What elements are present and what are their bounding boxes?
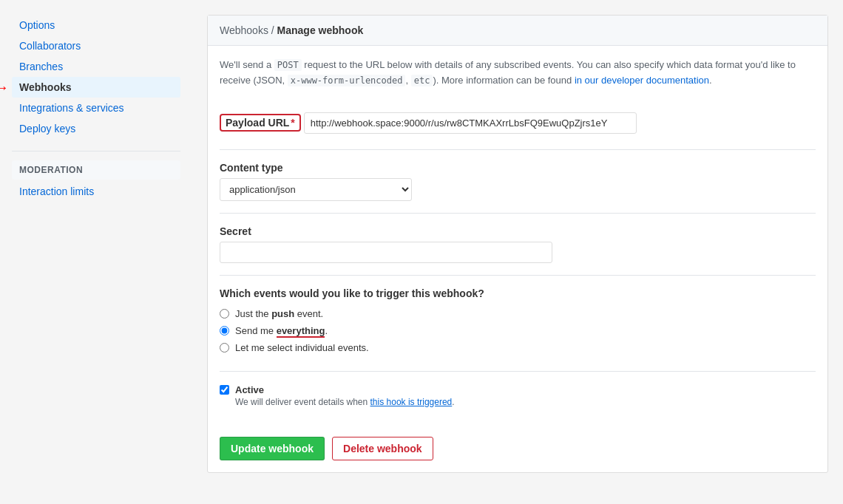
- desc-text4: ). More information can be found: [433, 75, 575, 86]
- active-desc-link[interactable]: this hook is triggered: [370, 397, 453, 407]
- desc-text5: .: [709, 75, 712, 86]
- payload-url-label-wrapper: Payload URL*: [220, 114, 301, 132]
- active-section: Active We will deliver event details whe…: [220, 372, 816, 425]
- radio-push-input[interactable]: [220, 309, 229, 319]
- sidebar-item-integrations[interactable]: Integrations & services: [12, 98, 180, 118]
- sidebar: Options Collaborators Branches → Webhook…: [0, 15, 192, 489]
- secret-section: Secret: [220, 214, 816, 276]
- active-label-wrapper: Active We will deliver event details whe…: [235, 384, 455, 407]
- sidebar-moderation-section: Moderation Interaction limits: [12, 160, 180, 202]
- content-type-section: Content type application/json applicatio…: [220, 150, 816, 214]
- radio-individual-input[interactable]: [220, 343, 229, 353]
- active-checkbox[interactable]: [220, 385, 229, 395]
- sidebar-divider: [12, 151, 180, 151]
- main-panel: Webhooks / Manage webhook We'll send a P…: [192, 15, 843, 489]
- sidebar-item-wrapper-interaction-limits: Interaction limits: [12, 181, 180, 202]
- radio-individual-label: Let me select individual events.: [235, 342, 369, 353]
- form-actions: Update webhook Delete webhook: [220, 425, 816, 460]
- panel-body: We'll send a POST request to the URL bel…: [208, 46, 827, 472]
- sidebar-moderation-header: Moderation: [12, 160, 180, 180]
- active-checkbox-row: Active We will deliver event details whe…: [220, 384, 816, 407]
- active-desc-text: We will deliver event details when: [235, 397, 370, 407]
- sidebar-nav-section: Options Collaborators Branches → Webhook…: [12, 15, 180, 139]
- content-type-select[interactable]: application/json application/x-www-form-…: [220, 178, 412, 201]
- panel-title: Manage webhook: [277, 24, 364, 36]
- events-section: Which events would you like to trigger t…: [220, 276, 816, 372]
- radio-individual: Let me select individual events.: [220, 342, 816, 353]
- sidebar-item-collaborators[interactable]: Collaborators: [12, 35, 180, 56]
- active-desc-period: .: [452, 397, 454, 407]
- payload-url-label: Payload URL*: [226, 117, 295, 129]
- sidebar-item-wrapper-integrations: Integrations & services: [12, 98, 180, 118]
- webhook-panel: Webhooks / Manage webhook We'll send a P…: [207, 15, 828, 473]
- desc-link[interactable]: in our developer documentation: [575, 75, 709, 86]
- payload-url-label-text: Payload URL: [226, 117, 289, 129]
- radio-everything-label: Send me everything.: [235, 325, 328, 336]
- radio-push-label: Just the push event.: [235, 308, 323, 319]
- radio-everything: Send me everything.: [220, 325, 816, 336]
- page-wrapper: Options Collaborators Branches → Webhook…: [0, 0, 843, 504]
- sidebar-item-wrapper-webhooks: → Webhooks: [12, 77, 180, 98]
- sidebar-item-options[interactable]: Options: [12, 15, 180, 35]
- desc-code1: x-www-form-urlencoded: [288, 75, 406, 86]
- active-label: Active: [235, 384, 264, 395]
- events-question: Which events would you like to trigger t…: [220, 287, 816, 299]
- panel-description: We'll send a POST request to the URL bel…: [220, 58, 816, 89]
- desc-text1: We'll send a: [220, 59, 274, 70]
- desc-post-code: POST: [274, 59, 302, 71]
- webhooks-arrow-icon: →: [0, 79, 9, 96]
- sidebar-item-wrapper-collaborators: Collaborators: [12, 35, 180, 56]
- desc-text3: ,: [405, 75, 410, 86]
- secret-input[interactable]: [220, 242, 552, 263]
- desc-code2: etc: [411, 75, 433, 86]
- radio-push-event: Just the push event.: [220, 308, 816, 319]
- active-description: We will deliver event details when this …: [235, 397, 455, 407]
- update-webhook-button[interactable]: Update webhook: [220, 437, 325, 460]
- sidebar-item-wrapper-deploy-keys: Deploy keys: [12, 118, 180, 139]
- secret-label: Secret: [220, 225, 816, 237]
- radio-everything-input[interactable]: [220, 326, 229, 336]
- panel-header: Webhooks / Manage webhook: [208, 16, 827, 46]
- sidebar-item-interaction-limits[interactable]: Interaction limits: [12, 181, 180, 202]
- sidebar-item-deploy-keys[interactable]: Deploy keys: [12, 118, 180, 139]
- sidebar-item-webhooks[interactable]: Webhooks: [12, 77, 180, 98]
- payload-url-input[interactable]: [304, 112, 637, 134]
- sidebar-item-wrapper-options: Options: [12, 15, 180, 35]
- breadcrumb-text: Webhooks /: [220, 24, 274, 36]
- sidebar-item-branches[interactable]: Branches: [12, 56, 180, 77]
- delete-webhook-button[interactable]: Delete webhook: [332, 437, 433, 460]
- main-content: Options Collaborators Branches → Webhook…: [0, 0, 843, 504]
- sidebar-item-wrapper-branches: Branches: [12, 56, 180, 77]
- payload-url-section: Payload URL*: [220, 101, 816, 150]
- payload-url-required: *: [291, 117, 294, 129]
- content-type-label: Content type: [220, 162, 816, 174]
